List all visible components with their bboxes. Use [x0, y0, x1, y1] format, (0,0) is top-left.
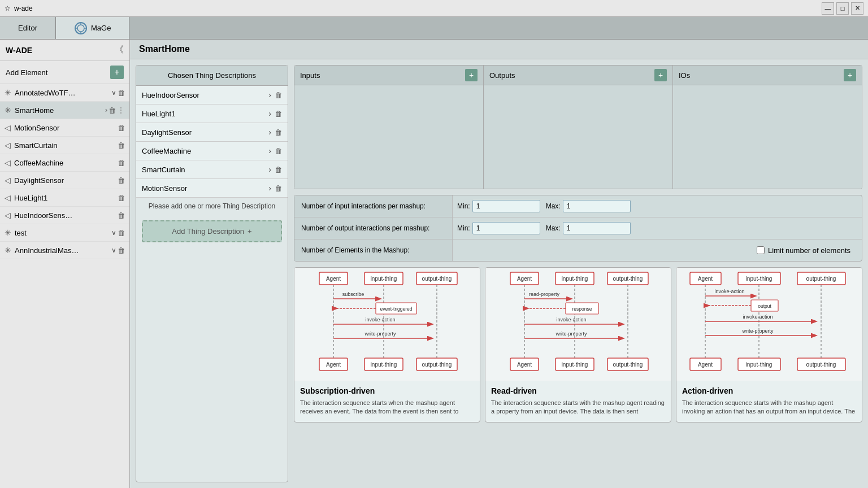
hueindisenso-icon: ◁ — [5, 211, 11, 220]
thing-item-daylightsensor-label: DaylightSensor — [142, 128, 265, 137]
svg-text:output-thing: output-thing — [806, 276, 836, 282]
svg-text:output-thing: output-thing — [613, 276, 643, 282]
svg-text:Agent: Agent — [326, 361, 341, 368]
pattern-diagram-subscription: Agent input-thing output-thing — [294, 268, 480, 381]
test-delete-button[interactable]: 🗑 — [118, 229, 125, 237]
input-min-field[interactable] — [472, 200, 540, 212]
thing-huelight1-chevron-icon[interactable]: › — [268, 109, 271, 118]
smartcurtain-delete-button[interactable]: 🗑 — [118, 141, 125, 150]
sidebar-item-coffeemachine[interactable]: ◁ CoffeeMachine 🗑 — [0, 154, 129, 172]
things-panel: Chosen Thing Descriptions HueIndoorSenso… — [136, 65, 288, 482]
ios-label: IOs — [679, 71, 690, 80]
thing-motionsensor-chevron-icon[interactable]: › — [268, 184, 271, 193]
main-layout: W-ADE 《 Add Element + ✳ AnnotatedWoTF… ∨… — [0, 40, 868, 488]
coffeemachine-icon: ◁ — [5, 158, 11, 167]
config-section: Number of input interactions per mashup:… — [294, 195, 862, 262]
pattern-diagram-read: Agent input-thing output-thing — [485, 268, 671, 381]
smarthome-chevron-icon[interactable]: › — [105, 106, 107, 114]
add-element-button[interactable]: + — [110, 66, 124, 79]
thing-motionsensor-delete-button[interactable]: 🗑 — [275, 184, 282, 193]
thing-coffeemachine-delete-button[interactable]: 🗑 — [275, 147, 282, 155]
svg-text:write-property: write-property — [741, 328, 774, 334]
sidebar-item-daylightsensor[interactable]: ◁ DaylightSensor 🗑 — [0, 172, 129, 189]
smarthome-icon: ✳ — [5, 106, 11, 115]
pattern-card-subscription: Agent input-thing output-thing — [294, 267, 480, 422]
config-input-interactions-label: Number of input interactions per mashup: — [294, 195, 453, 217]
sidebar-item-huelight1[interactable]: ◁ HueLight1 🗑 — [0, 189, 129, 207]
annindustrial-chevron-icon[interactable]: ∨ — [111, 246, 116, 254]
minimize-button[interactable]: — — [822, 2, 834, 15]
sidebar-item-smartcurtain-label: SmartCurtain — [14, 141, 115, 150]
thing-huelight1-delete-button[interactable]: 🗑 — [275, 110, 282, 118]
outputs-body — [484, 85, 672, 189]
ios-add-button[interactable]: + — [844, 69, 856, 81]
thing-item-coffeemachine: CoffeeMachine › 🗑 — [136, 142, 288, 160]
sidebar-item-hueindisenso-label: HueIndoorSens… — [14, 211, 115, 220]
annotated-chevron-icon[interactable]: ∨ — [111, 89, 116, 97]
svg-text:response: response — [572, 306, 592, 312]
thing-item-motionsensor-label: MotionSensor — [142, 184, 265, 193]
test-chevron-icon[interactable]: ∨ — [111, 229, 116, 237]
smarthome-delete-button[interactable]: 🗑 — [108, 106, 116, 115]
add-thing-description-button[interactable]: Add Thing Description + — [142, 220, 282, 242]
motionsensor-delete-button[interactable]: 🗑 — [118, 124, 125, 132]
output-max-field[interactable] — [563, 222, 631, 234]
sidebar-item-smartcurtain[interactable]: ◁ SmartCurtain 🗑 — [0, 137, 129, 154]
content-body: Chosen Thing Descriptions HueIndoorSenso… — [130, 59, 868, 488]
thing-smartcurtain-delete-button[interactable]: 🗑 — [275, 165, 282, 174]
mage-icon — [74, 21, 88, 35]
ios-column: IOs + — [673, 66, 862, 189]
thing-item-huelight1-label: HueLight1 — [142, 110, 265, 118]
sidebar-item-test[interactable]: ✳ test ∨ 🗑 — [0, 224, 129, 242]
output-min-field[interactable] — [472, 222, 540, 234]
input-max-field[interactable] — [563, 200, 631, 212]
input-min-label: Min: — [457, 202, 470, 210]
coffeemachine-delete-button[interactable]: 🗑 — [118, 159, 125, 167]
thing-smartcurtain-chevron-icon[interactable]: › — [268, 165, 271, 174]
sidebar-item-smarthome[interactable]: ✳ SmartHome › 🗑 ⋮ — [0, 102, 129, 119]
annotated-delete-button[interactable]: 🗑 — [118, 89, 125, 97]
config-elements-label: Number of Elements in the Mashup: — [294, 239, 453, 261]
hueindisenso-delete-button[interactable]: 🗑 — [118, 211, 125, 220]
smarthome-drag-handle[interactable]: ⋮ — [117, 106, 125, 115]
outputs-header: Outputs + — [484, 66, 672, 85]
annindustrial-icon: ✳ — [5, 246, 11, 255]
sidebar-item-huelight1-label: HueLight1 — [14, 194, 115, 202]
sidebar-collapse-button[interactable]: 《 — [115, 44, 124, 56]
sidebar-item-annindustrial[interactable]: ✳ AnnIndustrialMas… ∨ 🗑 — [0, 242, 129, 259]
thing-hueindisenso-delete-button[interactable]: 🗑 — [275, 91, 282, 99]
add-element-row: Add Element + — [0, 61, 129, 84]
title-bar: ☆ w-ade — □ ✕ — [0, 0, 868, 17]
ios-header: IOs + — [673, 66, 862, 85]
tab-mage[interactable]: MaGe — [56, 17, 129, 39]
inputs-add-button[interactable]: + — [465, 69, 478, 81]
svg-text:invoke-action: invoke-action — [365, 317, 395, 323]
outputs-add-button[interactable]: + — [654, 69, 667, 81]
action-pattern-desc: The interaction sequence starts with the… — [682, 399, 856, 416]
huelight1-icon: ◁ — [5, 193, 11, 202]
inputs-column: Inputs + — [294, 66, 484, 189]
thing-coffeemachine-chevron-icon[interactable]: › — [268, 146, 271, 155]
io-section: Inputs + Outputs + — [294, 65, 862, 189]
sidebar-item-annindustrial-label: AnnIndustrialMas… — [15, 246, 109, 255]
close-button[interactable]: ✕ — [851, 2, 863, 15]
sidebar-title: W-ADE — [6, 46, 32, 55]
annindustrial-delete-button[interactable]: 🗑 — [118, 246, 125, 255]
svg-text:Agent: Agent — [517, 361, 532, 368]
svg-text:input-thing: input-thing — [746, 361, 772, 368]
maximize-button[interactable]: □ — [836, 2, 849, 15]
thing-daylightsensor-chevron-icon[interactable]: › — [268, 128, 271, 137]
content-header: SmartHome — [130, 40, 868, 59]
sidebar-item-annotated[interactable]: ✳ AnnotatedWoTF… ∨ 🗑 — [0, 84, 129, 102]
thing-daylightsensor-delete-button[interactable]: 🗑 — [275, 128, 282, 137]
thing-hueindisenso-chevron-icon[interactable]: › — [268, 90, 271, 99]
ios-body — [673, 85, 862, 189]
daylightsensor-delete-button[interactable]: 🗑 — [118, 176, 125, 185]
tab-editor[interactable]: Editor — [0, 17, 56, 39]
limit-elements-checkbox[interactable] — [757, 246, 765, 254]
add-element-label: Add Element — [6, 68, 47, 77]
subscription-pattern-desc: The interaction sequence starts when the… — [300, 399, 474, 416]
sidebar-item-motionsensor[interactable]: ◁ MotionSensor 🗑 — [0, 119, 129, 137]
sidebar-item-hueindisenso[interactable]: ◁ HueIndoorSens… 🗑 — [0, 207, 129, 224]
huelight1-delete-button[interactable]: 🗑 — [118, 194, 125, 202]
